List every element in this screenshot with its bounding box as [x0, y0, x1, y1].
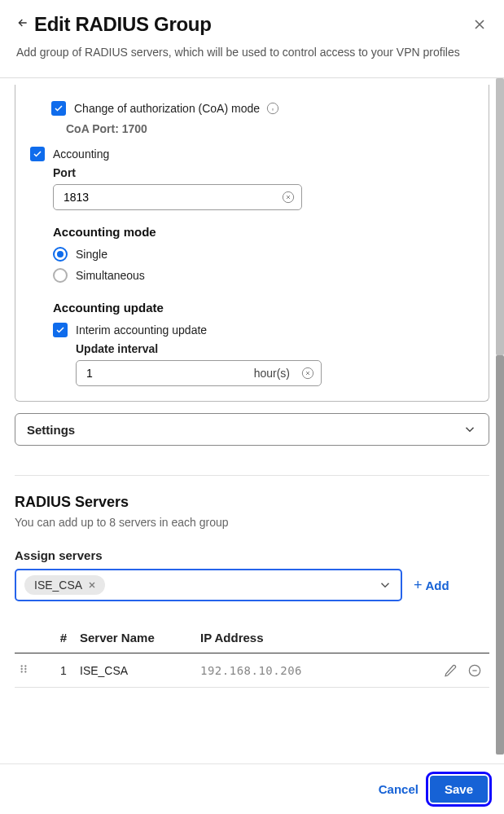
chip-text: ISE_CSA — [34, 579, 82, 592]
svg-point-8 — [24, 671, 26, 672]
chevron-down-icon — [378, 578, 392, 592]
svg-point-6 — [24, 668, 26, 670]
row-name: ISE_CSA — [80, 664, 200, 677]
svg-point-3 — [21, 665, 23, 667]
radio-simultaneous-label: Simultaneous — [76, 269, 145, 282]
coa-label: Change of authorization (CoA) mode — [74, 102, 260, 115]
chevron-down-icon — [462, 422, 477, 437]
dialog-title: Edit RADIUS Group — [34, 13, 471, 36]
accounting-mode-label: Accounting mode — [53, 225, 474, 239]
interim-label: Interim accounting update — [76, 323, 207, 337]
col-name: Server Name — [80, 631, 200, 645]
svg-point-4 — [24, 665, 26, 667]
interval-input[interactable] — [86, 367, 192, 380]
config-section: Change of authorization (CoA) mode CoA P… — [15, 85, 489, 402]
port-label: Port — [53, 166, 474, 179]
dialog-header: Edit RADIUS Group Add group of RADIUS se… — [0, 0, 504, 71]
servers-subtext: You can add up to 8 servers in each grou… — [15, 516, 489, 529]
interval-unit: hour(s) — [254, 367, 290, 380]
remove-icon[interactable] — [468, 664, 481, 677]
radio-single-label: Single — [76, 248, 107, 261]
clear-icon[interactable] — [301, 367, 314, 380]
interval-label: Update interval — [76, 342, 474, 355]
table-row: 1 ISE_CSA 192.168.10.206 — [15, 653, 489, 688]
interim-checkbox[interactable] — [53, 323, 68, 337]
radio-simultaneous[interactable] — [53, 268, 68, 283]
row-index: 1 — [47, 664, 80, 677]
drag-handle-icon[interactable] — [18, 663, 29, 675]
coa-port-label: CoA Port: 1700 — [66, 122, 474, 135]
scrollbar-thumb-upper[interactable] — [496, 78, 504, 355]
accounting-checkbox[interactable] — [30, 147, 45, 161]
dialog-subtitle: Add group of RADIUS servers, which will … — [16, 44, 480, 61]
servers-heading: RADIUS Servers — [15, 494, 489, 511]
settings-accordion[interactable]: Settings — [15, 413, 489, 446]
dialog-footer: Cancel Save — [0, 763, 504, 814]
port-input[interactable] — [64, 191, 272, 204]
add-button[interactable]: + Add — [414, 577, 449, 594]
assign-select[interactable]: ISE_CSA — [15, 569, 402, 601]
port-input-wrap — [53, 184, 302, 210]
col-index: # — [47, 631, 80, 645]
plus-icon: + — [414, 577, 423, 594]
info-icon[interactable] — [266, 102, 279, 115]
radio-single[interactable] — [53, 247, 68, 262]
accounting-update-label: Accounting update — [53, 301, 474, 315]
accounting-label: Accounting — [53, 147, 109, 161]
svg-point-5 — [21, 668, 23, 670]
servers-table: # Server Name IP Address 1 ISE_CSA 192.1… — [15, 624, 489, 688]
svg-point-7 — [21, 671, 23, 672]
interval-input-wrap: hour(s) — [76, 360, 322, 386]
close-icon[interactable] — [471, 16, 488, 33]
add-label: Add — [426, 579, 449, 592]
coa-checkbox[interactable] — [51, 101, 66, 116]
chip-remove-icon[interactable] — [87, 580, 97, 590]
clear-icon[interactable] — [282, 191, 295, 204]
settings-label: Settings — [27, 423, 75, 437]
row-ip: 192.168.10.206 — [200, 664, 421, 677]
cancel-button[interactable]: Cancel — [379, 782, 419, 796]
assign-label: Assign servers — [15, 548, 489, 562]
server-chip: ISE_CSA — [24, 575, 105, 595]
col-ip: IP Address — [200, 631, 421, 645]
edit-icon[interactable] — [444, 664, 457, 677]
back-arrow-icon[interactable] — [16, 16, 29, 33]
scrollbar-thumb[interactable] — [496, 355, 504, 755]
save-button[interactable]: Save — [430, 776, 488, 803]
